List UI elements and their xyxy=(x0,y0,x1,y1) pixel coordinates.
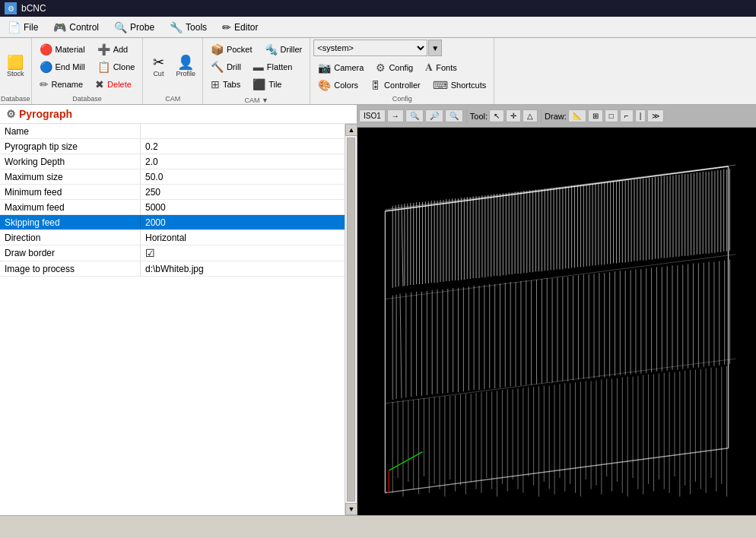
fonts-button[interactable]: 𝐀 Fonts xyxy=(421,59,462,76)
property-row-0[interactable]: Name xyxy=(0,124,345,139)
prop-checkbox-8[interactable]: ☑ xyxy=(145,247,155,259)
toolbar-main: 🟨 Stock Database 🔴 Material ➕ Add 🔵 End … xyxy=(0,38,756,105)
menu-probe[interactable]: 🔍 Probe xyxy=(106,17,162,37)
profile-button[interactable]: 👤 Profile xyxy=(172,53,199,80)
prop-value-6[interactable] xyxy=(141,215,345,229)
panel-gear-icon: ⚙ xyxy=(6,108,16,120)
shortcuts-icon: ⌨ xyxy=(433,79,448,91)
properties-list: NamePyrograph tip size0.2Working Depth2.… xyxy=(0,124,345,515)
3d-canvas xyxy=(357,105,756,515)
material-button[interactable]: 🔴 Material xyxy=(35,41,90,58)
prop-value-7[interactable]: Horizontal xyxy=(141,230,345,245)
end-mill-button[interactable]: 🔵 End Mill xyxy=(35,59,90,75)
prop-name-8: Draw border xyxy=(0,245,141,261)
menu-file[interactable]: 📄 File xyxy=(0,17,46,37)
app-icon: ⚙ xyxy=(5,2,17,14)
cut-button[interactable]: ✂ Cut xyxy=(146,53,170,80)
controller-button[interactable]: 🎛 Controller xyxy=(366,77,425,93)
driller-button[interactable]: 🔩 Driller xyxy=(260,41,307,58)
system-select[interactable]: <system> GRBL Smoothie TinyG xyxy=(313,40,427,56)
property-row-3[interactable]: Maximum size50.0 xyxy=(0,169,345,185)
scroll-thumb[interactable] xyxy=(347,138,355,502)
camera-button[interactable]: 📷 Camera xyxy=(313,59,368,76)
menu-tools[interactable]: 🔧 Tools xyxy=(162,17,214,37)
menu-control[interactable]: 🎮 Control xyxy=(46,17,106,37)
prop-name-6: Skipping feed xyxy=(0,215,141,229)
colors-icon: 🎨 xyxy=(318,79,331,91)
prop-value-9[interactable]: d:\bWhiteb.jpg xyxy=(141,261,345,276)
cam-group: 📦 Pocket 🔩 Driller 🔨 Drill ▬ Flatten ⊞ T… xyxy=(203,38,310,104)
property-row-1[interactable]: Pyrograph tip size0.2 xyxy=(0,139,345,154)
delete-icon: ✖ xyxy=(95,78,104,90)
property-row-2[interactable]: Working Depth2.0 xyxy=(0,154,345,169)
config-button[interactable]: ⚙ Config xyxy=(371,59,418,76)
prop-value-4[interactable]: 250 xyxy=(141,185,345,199)
property-row-4[interactable]: Minimum feed250 xyxy=(0,185,345,200)
pocket-button[interactable]: 📦 Pocket xyxy=(206,41,257,58)
property-row-5[interactable]: Maximum feed5000 xyxy=(0,200,345,215)
stock-group: 🟨 Stock Database xyxy=(0,38,32,104)
add-button[interactable]: ➕ Add xyxy=(93,41,133,58)
prop-value-0[interactable] xyxy=(141,124,345,138)
tabs-button[interactable]: ⊞ Tabs xyxy=(206,76,245,93)
end-mill-icon: 🔵 xyxy=(40,61,52,73)
shortcuts-button[interactable]: ⌨ Shortcuts xyxy=(428,77,491,93)
rename-button[interactable]: ✏ Rename xyxy=(35,76,88,93)
camera-icon: 📷 xyxy=(318,62,331,74)
add-icon: ➕ xyxy=(97,43,110,55)
property-row-7[interactable]: DirectionHorizontal xyxy=(0,230,345,245)
colors-button[interactable]: 🎨 Colors xyxy=(313,77,363,93)
config-group: <system> GRBL Smoothie TinyG ▼ 📷 Camera … xyxy=(310,38,494,104)
prop-value-1[interactable]: 0.2 xyxy=(141,139,345,153)
prop-name-3: Maximum size xyxy=(0,169,141,184)
prop-value-3[interactable]: 50.0 xyxy=(141,169,345,184)
drill-button[interactable]: 🔨 Drill xyxy=(206,59,246,75)
right-panel: ISO1 → 🔍 🔎 🔍 Tool: ↖ ✛ △ Draw: 📐 ⊞ □ ⌐ |… xyxy=(357,105,756,515)
control-icon: 🎮 xyxy=(53,21,66,33)
scroll-down-button[interactable]: ▼ xyxy=(345,503,357,515)
clone-icon: 📋 xyxy=(97,61,110,73)
controller-icon: 🎛 xyxy=(370,79,381,91)
rename-icon: ✏ xyxy=(40,78,49,90)
menu-editor[interactable]: ✏ Editor xyxy=(214,17,265,37)
prop-value-5[interactable]: 5000 xyxy=(141,200,345,214)
tabs-icon: ⊞ xyxy=(211,78,220,90)
scroll-up-button[interactable]: ▲ xyxy=(345,124,357,136)
database-group: 🔴 Material ➕ Add 🔵 End Mill 📋 Clone ✏ Re… xyxy=(32,38,144,104)
probe-icon: 🔍 xyxy=(114,21,127,33)
prop-name-0: Name xyxy=(0,124,141,138)
menu-bar: 📄 File 🎮 Control 🔍 Probe 🔧 Tools ✏ Edito… xyxy=(0,17,756,38)
pocket-icon: 📦 xyxy=(211,43,224,55)
prop-input-6[interactable] xyxy=(145,217,340,228)
profile-icon: 👤 xyxy=(177,55,194,69)
property-row-8[interactable]: Draw border☑ xyxy=(0,245,345,261)
scrollbar[interactable]: ▲ ▼ xyxy=(345,124,357,515)
material-icon: 🔴 xyxy=(40,43,52,55)
stock-button[interactable]: 🟨 Stock xyxy=(3,53,28,80)
property-row-9[interactable]: Image to processd:\bWhiteb.jpg xyxy=(0,261,345,277)
system-dropdown-button[interactable]: ▼ xyxy=(428,40,442,56)
delete-button[interactable]: ✖ Delete xyxy=(91,76,136,93)
prop-name-7: Direction xyxy=(0,230,141,245)
property-row-6[interactable]: Skipping feed xyxy=(0,215,345,230)
status-bar xyxy=(0,515,756,530)
cut-profile-group: ✂ Cut 👤 Profile CAM xyxy=(143,38,203,104)
tile-icon: ⬛ xyxy=(253,78,265,90)
panel-title-text: Pyrograph xyxy=(19,108,72,120)
tools-icon: 🔧 xyxy=(170,21,183,33)
drill-icon: 🔨 xyxy=(211,61,224,73)
3d-visualization xyxy=(357,128,756,515)
prop-value-8[interactable]: ☑ xyxy=(141,245,345,261)
title-bar: ⚙ bCNC xyxy=(0,0,756,17)
tile-button[interactable]: ⬛ Tile xyxy=(248,76,286,93)
stock-icon: 🟨 xyxy=(7,55,24,69)
svg-rect-0 xyxy=(370,150,751,515)
prop-name-2: Working Depth xyxy=(0,154,141,169)
prop-value-2[interactable]: 2.0 xyxy=(141,154,345,169)
prop-name-5: Maximum feed xyxy=(0,200,141,214)
flatten-button[interactable]: ▬ Flatten xyxy=(249,59,297,75)
prop-name-4: Minimum feed xyxy=(0,185,141,199)
prop-name-9: Image to process xyxy=(0,261,141,276)
clone-button[interactable]: 📋 Clone xyxy=(93,59,140,75)
app-title: bCNC xyxy=(21,3,46,14)
